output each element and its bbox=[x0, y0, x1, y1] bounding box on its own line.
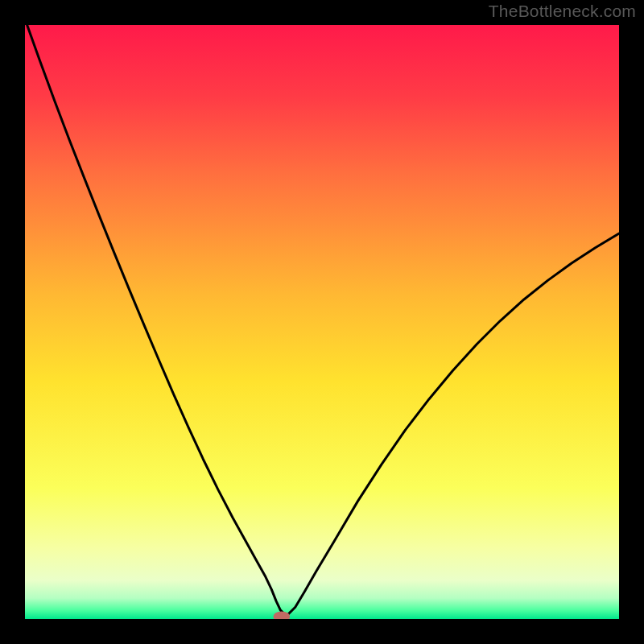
chart-container: TheBottleneck.com bbox=[0, 0, 644, 644]
plot-area bbox=[25, 25, 619, 619]
gradient-background bbox=[25, 25, 619, 619]
chart-svg bbox=[25, 25, 619, 619]
watermark-text: TheBottleneck.com bbox=[489, 2, 636, 21]
